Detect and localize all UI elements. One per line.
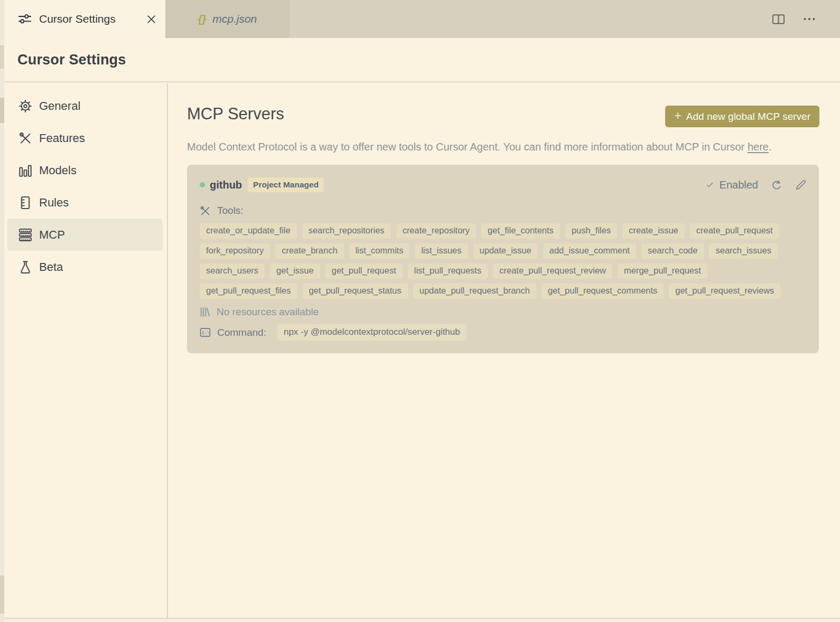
tool-chip: update_issue — [473, 243, 538, 259]
resources-text: No resources available — [217, 306, 319, 318]
editor-tab-bar: Cursor Settings {} mcp.json — [4, 0, 840, 38]
status-dot — [200, 182, 205, 187]
tool-chip: get_pull_request — [325, 263, 403, 279]
page-title: Cursor Settings — [17, 52, 126, 68]
tool-chip: create_pull_request — [690, 223, 779, 239]
section-title: MCP Servers — [187, 105, 284, 124]
tab-mcp-json[interactable]: {} mcp.json — [165, 0, 290, 38]
server-actions: Enabled — [705, 179, 806, 191]
mcp-settings-panel: MCP Servers + Add new global MCP server … — [168, 83, 840, 619]
tab-label: Cursor Settings — [39, 13, 116, 25]
resources-row: No resources available — [200, 306, 806, 318]
tool-chip: merge_pull_request — [618, 263, 707, 279]
sidebar-item-beta[interactable]: Beta — [7, 251, 163, 283]
tool-chip: fork_repository — [200, 243, 270, 259]
sidebar-item-label: General — [39, 99, 80, 113]
tools-chips: create_or_update_filesearch_repositories… — [200, 223, 806, 299]
server-name: github — [210, 179, 242, 191]
left-edge-panel — [0, 0, 4, 622]
command-value: npx -y @modelcontextprotocol/server-gith… — [277, 324, 466, 341]
tools-icon — [18, 131, 32, 145]
tool-chip: create_repository — [396, 223, 476, 239]
command-row: C:\ Command: npx -y @modelcontextprotoco… — [200, 324, 806, 341]
plus-icon: + — [674, 110, 681, 122]
sliders-icon — [18, 12, 32, 26]
add-button-label: Add new global MCP server — [686, 111, 810, 122]
tool-chip: update_pull_request_branch — [413, 284, 536, 299]
add-global-mcp-server-button[interactable]: + Add new global MCP server — [665, 106, 819, 127]
sidebar-item-label: Rules — [39, 196, 69, 210]
bottom-strip — [0, 619, 840, 622]
sidebar-item-features[interactable]: Features — [7, 122, 163, 154]
here-link[interactable]: here — [748, 141, 769, 153]
flask-icon — [18, 260, 32, 274]
tool-chip: get_pull_request_reviews — [669, 284, 780, 299]
left-edge-segment — [0, 98, 4, 123]
tab-label: mcp.json — [212, 13, 257, 25]
tool-chip: create_issue — [622, 223, 685, 239]
left-edge-segment — [0, 45, 4, 69]
sidebar-item-general[interactable]: General — [7, 90, 163, 122]
project-managed-badge: Project Managed — [248, 177, 324, 192]
close-icon[interactable] — [147, 15, 156, 24]
tool-chip: get_pull_request_status — [303, 284, 408, 299]
books-icon — [200, 307, 210, 317]
tool-chip: search_code — [641, 243, 704, 259]
tool-chip: search_issues — [709, 243, 777, 259]
tab-cursor-settings[interactable]: Cursor Settings — [4, 0, 165, 38]
more-actions-icon[interactable] — [803, 17, 816, 21]
settings-body: General Features Models — [4, 83, 840, 619]
tool-chip: push_files — [565, 223, 617, 239]
refresh-icon[interactable] — [771, 180, 782, 191]
tool-chip: create_branch — [275, 243, 344, 259]
enabled-label: Enabled — [720, 179, 758, 191]
command-terminal-icon: C:\ — [200, 327, 211, 338]
sidebar-item-label: Features — [39, 131, 85, 145]
tool-chip: create_pull_request_review — [493, 263, 612, 279]
tool-chip: get_issue — [270, 263, 320, 279]
server-stack-icon — [18, 228, 32, 242]
sidebar-item-rules[interactable]: Rules — [7, 186, 163, 219]
enabled-toggle[interactable]: Enabled — [705, 179, 758, 191]
tool-chip: get_pull_request_files — [200, 284, 297, 299]
sidebar-item-label: Beta — [39, 260, 63, 274]
mcp-server-card-github: github Project Managed Enabled — [187, 165, 819, 353]
tool-chip: search_users — [200, 263, 265, 279]
tool-chip: add_issue_comment — [543, 243, 636, 259]
tool-chip: search_repositories — [302, 223, 391, 239]
sidebar-item-mcp[interactable]: MCP — [7, 219, 163, 251]
tools-row: Tools: — [200, 205, 806, 216]
tool-chip: list_issues — [415, 243, 468, 259]
section-description: Model Context Protocol is a way to offer… — [187, 138, 810, 156]
svg-text:C:\: C:\ — [202, 331, 210, 335]
braces-icon: {} — [198, 13, 207, 25]
settings-sidebar: General Features Models — [4, 83, 168, 619]
ruler-icon — [18, 196, 32, 210]
sidebar-item-label: Models — [39, 164, 77, 177]
tool-chip: get_pull_request_comments — [542, 284, 664, 299]
bar-chart-icon — [18, 164, 32, 177]
description-text: Model Context Protocol is a way to offer… — [187, 141, 748, 153]
check-icon — [705, 181, 714, 189]
description-period: . — [769, 141, 772, 153]
split-editor-icon[interactable] — [772, 14, 785, 25]
tools-icon — [200, 205, 211, 216]
gear-icon — [18, 99, 32, 113]
sidebar-item-label: MCP — [39, 228, 65, 242]
tool-chip: get_file_contents — [481, 223, 560, 239]
tab-bar-actions — [772, 0, 840, 38]
tool-chip: list_commits — [349, 243, 410, 259]
left-edge-segment — [0, 576, 4, 614]
settings-header: Cursor Settings — [4, 38, 840, 82]
sidebar-item-models[interactable]: Models — [7, 154, 163, 186]
edit-pencil-icon[interactable] — [796, 180, 806, 190]
tool-chip: list_pull_requests — [408, 263, 488, 279]
command-label: Command: — [217, 327, 266, 338]
tools-label: Tools: — [217, 205, 244, 216]
tool-chip: create_or_update_file — [200, 223, 297, 239]
